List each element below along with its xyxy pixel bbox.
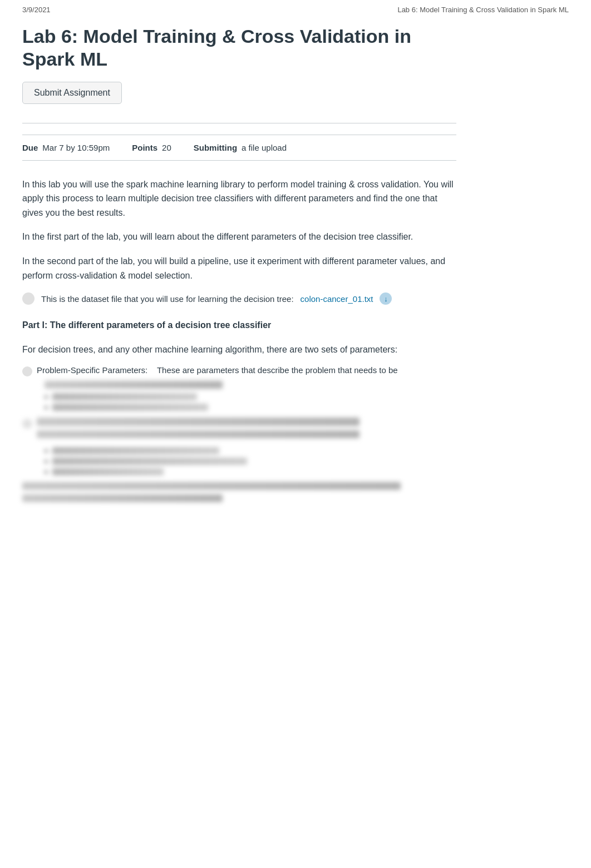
top-bar: 3/9/2021 Lab 6: Model Training & Cross V… <box>0 0 591 19</box>
description-area: In this lab you will use the spark machi… <box>22 177 456 503</box>
problem-specific-label: Problem-Specific Parameters: These are p… <box>37 365 398 375</box>
param-bullet-icon <box>22 366 32 376</box>
part1-title: Part I: The different parameters of a de… <box>22 318 456 333</box>
problem-specific-params: Problem-Specific Parameters: These are p… <box>22 365 456 411</box>
divider <box>22 123 456 123</box>
due-value: Mar 7 by 10:59pm <box>42 143 110 152</box>
points-value: 20 <box>162 143 171 152</box>
dataset-link[interactable]: colon-cancer_01.txt <box>301 294 373 304</box>
center-title: Lab 6: Model Training & Cross Validation… <box>397 6 569 14</box>
submitting-label: Submitting <box>194 143 237 152</box>
part1-intro: For decision trees, and any other machin… <box>22 343 456 357</box>
description-para3: In the second part of the lab, you will … <box>22 254 456 282</box>
checkbox-icon <box>22 292 35 305</box>
dataset-row: This is the dataset file that you will u… <box>22 292 456 305</box>
algo-params-footer <box>22 482 456 502</box>
meta-row: Due Mar 7 by 10:59pm Points 20 Submittin… <box>22 135 456 161</box>
date-label: 3/9/2021 <box>22 6 51 14</box>
description-para1: In this lab you will use the spark machi… <box>22 177 456 220</box>
submitting-value: a file upload <box>242 143 287 152</box>
algo-specific-params <box>22 418 456 475</box>
due-label: Due <box>22 143 38 152</box>
blurred-algo-content <box>22 447 456 475</box>
submitting-meta: Submitting a file upload <box>194 143 287 152</box>
download-icon[interactable]: ↓ <box>380 292 392 305</box>
submit-assignment-button[interactable]: Submit Assignment <box>22 82 122 104</box>
due-meta: Due Mar 7 by 10:59pm <box>22 143 110 152</box>
param-algo-header <box>22 418 456 443</box>
dataset-label: This is the dataset file that you will u… <box>41 294 294 304</box>
blurred-problem-content <box>22 381 456 411</box>
page-title: Lab 6: Model Training & Cross Validation… <box>22 25 456 71</box>
points-meta: Points 20 <box>132 143 171 152</box>
algo-param-bullet-icon <box>22 419 32 429</box>
description-para2: In the first part of the lab, you will l… <box>22 230 456 244</box>
param-problem-header: Problem-Specific Parameters: These are p… <box>22 365 456 376</box>
points-label: Points <box>132 143 157 152</box>
